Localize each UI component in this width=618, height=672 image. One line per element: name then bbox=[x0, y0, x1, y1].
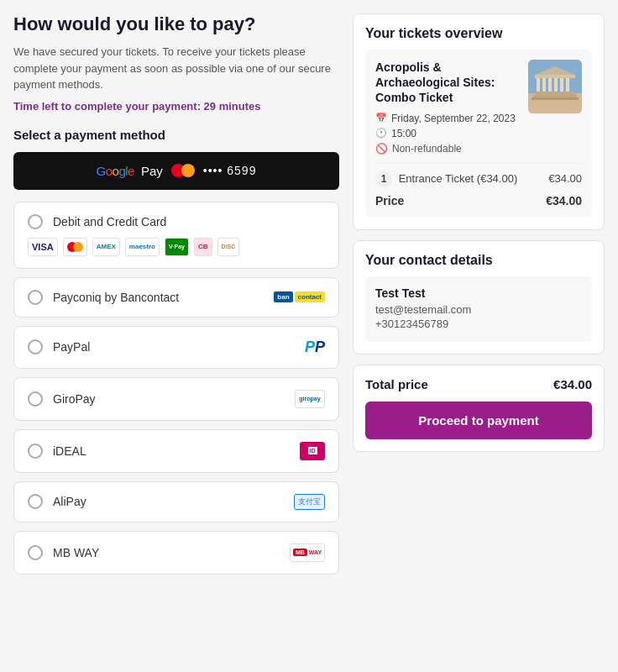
payment-option-bancontact[interactable]: Payconiq by Bancontact bancontact bbox=[13, 277, 339, 318]
contact-email: test@testemail.com bbox=[375, 303, 582, 316]
radio-giropay[interactable] bbox=[28, 391, 43, 407]
ticket-card: Acropolis & Archaeological Sites: Combo … bbox=[365, 50, 592, 218]
card-digits: •••• 6599 bbox=[203, 164, 257, 177]
ticket-name: Acropolis & Archaeological Sites: Combo … bbox=[375, 60, 520, 106]
radio-bancontact[interactable] bbox=[28, 290, 43, 305]
contact-details-box: Your contact details Test Test test@test… bbox=[353, 240, 605, 354]
gpay-button[interactable]: Google Pay •••• 6599 bbox=[13, 152, 339, 190]
payment-label-card: Debit and Credit Card bbox=[53, 215, 166, 228]
payment-label-alipay: AliPay bbox=[53, 495, 86, 508]
card-icons-row: VISA AMEX maestro V·Pay CB DISC bbox=[28, 238, 325, 256]
visa-icon: VISA bbox=[28, 238, 58, 256]
payment-option-alipay[interactable]: AliPay 支付宝 bbox=[13, 481, 339, 522]
payment-label-bancontact: Payconiq by Bancontact bbox=[53, 291, 179, 304]
contact-title: Your contact details bbox=[365, 253, 592, 268]
ticket-time: 15:00 bbox=[391, 128, 416, 139]
ticket-time-row: 🕐 15:00 bbox=[375, 128, 520, 139]
total-label: Total price bbox=[365, 377, 428, 391]
left-panel: How would you like to pay? We have secur… bbox=[13, 13, 339, 583]
ticket-item-label: Entrance Ticket (€34.00) bbox=[399, 172, 518, 185]
svg-rect-7 bbox=[560, 78, 563, 92]
svg-rect-5 bbox=[548, 78, 552, 92]
mastercard-small-icon bbox=[63, 238, 87, 256]
svg-rect-4 bbox=[542, 78, 546, 92]
ticket-qty-label: 1 Entrance Ticket (€34.00) bbox=[375, 171, 517, 187]
radio-mbway[interactable] bbox=[28, 545, 43, 560]
clock-icon: 🕐 bbox=[375, 128, 387, 139]
timer-suffix: minutes bbox=[219, 100, 261, 113]
price-label: Price bbox=[375, 194, 404, 207]
payment-label-mbway: MB WAY bbox=[53, 546, 99, 559]
svg-rect-12 bbox=[532, 97, 579, 100]
svg-rect-9 bbox=[535, 75, 575, 78]
gpay-pay-label: Pay bbox=[141, 164, 163, 178]
payment-option-ideal[interactable]: iDEAL iD bbox=[13, 429, 339, 473]
right-panel: Your tickets overview Acropolis & Archae… bbox=[353, 13, 605, 583]
svg-rect-6 bbox=[554, 78, 558, 92]
payment-section-title: Select a payment method bbox=[13, 128, 339, 142]
giropay-icon: giropay bbox=[295, 390, 325, 408]
refund-icon: 🚫 bbox=[375, 143, 388, 155]
svg-rect-11 bbox=[533, 95, 577, 97]
ideal-icon: iD bbox=[300, 442, 325, 460]
refund-policy: Non-refundable bbox=[392, 143, 462, 155]
payment-option-mbway[interactable]: MB WAY MBWAY bbox=[13, 531, 339, 575]
intro-text: We have secured your tickets. To receive… bbox=[13, 44, 339, 93]
radio-ideal[interactable] bbox=[28, 444, 43, 459]
ticket-item-price: €34.00 bbox=[548, 172, 582, 185]
maestro-icon: maestro bbox=[125, 238, 160, 256]
total-box: Total price €34.00 Proceed to payment bbox=[353, 365, 605, 452]
mbway-icon: MBWAY bbox=[290, 543, 325, 562]
payment-option-giropay[interactable]: GiroPay giropay bbox=[13, 377, 339, 421]
ticket-date: Friday, September 22, 2023 bbox=[391, 113, 516, 124]
contact-name: Test Test bbox=[375, 286, 582, 300]
overview-title: Your tickets overview bbox=[365, 26, 592, 41]
timer-value: 29 bbox=[204, 100, 216, 113]
total-price-row: Total price €34.00 bbox=[365, 377, 592, 391]
ticket-date-row: 📅 Friday, September 22, 2023 bbox=[375, 113, 520, 124]
discover-icon: DISC bbox=[217, 238, 240, 256]
radio-paypal[interactable] bbox=[28, 339, 43, 354]
price-value: €34.00 bbox=[546, 194, 582, 207]
ticket-image bbox=[528, 60, 582, 113]
ticket-details: Acropolis & Archaeological Sites: Combo … bbox=[375, 60, 520, 155]
bancontact-logo: bancontact bbox=[274, 291, 325, 302]
contact-phone: +30123456789 bbox=[375, 318, 582, 330]
timer-prefix: Time left to complete your payment: bbox=[13, 100, 201, 113]
card4-icon: V·Pay bbox=[165, 238, 189, 256]
alipay-icon: 支付宝 bbox=[294, 494, 325, 510]
gpay-text: Google Pay bbox=[97, 164, 163, 178]
price-row: Price €34.00 bbox=[375, 194, 582, 207]
radio-card[interactable] bbox=[28, 214, 43, 229]
payment-label-giropay: GiroPay bbox=[53, 392, 96, 406]
total-value: €34.00 bbox=[553, 377, 592, 391]
refund-policy-row: 🚫 Non-refundable bbox=[375, 143, 520, 155]
svg-rect-3 bbox=[537, 78, 540, 92]
ticket-info-row: Acropolis & Archaeological Sites: Combo … bbox=[375, 60, 582, 155]
payment-label-ideal: iDEAL bbox=[53, 444, 86, 458]
page-heading: How would you like to pay? bbox=[13, 13, 339, 35]
timer-text: Time left to complete your payment: 29 m… bbox=[13, 100, 339, 113]
ticket-price-row: 1 Entrance Ticket (€34.00) €34.00 bbox=[375, 163, 582, 187]
svg-rect-2 bbox=[535, 92, 575, 95]
proceed-to-payment-button[interactable]: Proceed to payment bbox=[365, 402, 592, 439]
gpay-logo: Google bbox=[97, 164, 134, 178]
card5-icon: CB bbox=[194, 238, 212, 256]
contact-card: Test Test test@testemail.com +3012345678… bbox=[365, 276, 592, 342]
ticket-qty: 1 bbox=[375, 171, 392, 187]
payment-label-paypal: PayPal bbox=[53, 340, 90, 354]
payment-option-card[interactable]: Debit and Credit Card VISA AMEX maestro … bbox=[13, 202, 339, 269]
radio-alipay[interactable] bbox=[28, 494, 43, 509]
tickets-overview-box: Your tickets overview Acropolis & Archae… bbox=[353, 13, 605, 230]
paypal-icon: PP bbox=[305, 339, 325, 356]
payment-option-paypal[interactable]: PayPal PP bbox=[13, 326, 339, 369]
calendar-icon: 📅 bbox=[375, 113, 387, 123]
mastercard-icon bbox=[171, 164, 195, 177]
svg-rect-8 bbox=[566, 78, 569, 92]
amex-icon: AMEX bbox=[92, 238, 120, 256]
